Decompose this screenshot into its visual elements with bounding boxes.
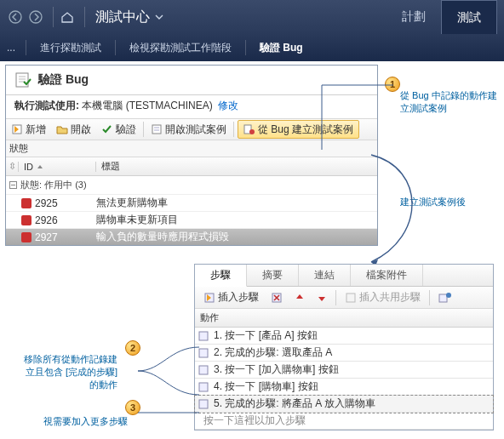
toolbar-overflow[interactable]: ... <box>7 42 15 54</box>
svg-rect-19 <box>199 383 208 391</box>
open-test-case-button[interactable]: 開啟測試案例 <box>146 119 232 140</box>
col-title[interactable]: 標題 <box>96 160 377 173</box>
new-button[interactable]: 新增 <box>6 119 51 140</box>
home-icon[interactable] <box>59 9 76 26</box>
step-icon <box>198 348 209 358</box>
step-row[interactable]: 1. 按一下 [產品 A] 按鈕 <box>195 328 493 345</box>
move-down-icon[interactable] <box>312 287 332 308</box>
svg-rect-18 <box>199 366 208 374</box>
sub-toolbar: ... 進行探勘測試 檢視探勘測試工作階段 驗證 Bug <box>0 34 504 61</box>
tab-summary[interactable]: 摘要 <box>247 265 299 286</box>
grid-group[interactable]: 狀態: 作用中 (3) <box>6 176 377 194</box>
forward-icon[interactable] <box>27 9 44 26</box>
col-action: 動作 <box>195 309 493 328</box>
callout-2-badge: 2 <box>125 340 140 356</box>
verify-button[interactable]: 驗證 <box>96 119 141 140</box>
bug-icon <box>18 215 35 225</box>
svg-rect-13 <box>346 294 355 302</box>
svg-rect-16 <box>199 332 208 340</box>
panel-button-bar: 新增 開啟 驗證 開啟測試案例 從 Bug 建立測試案例 <box>6 118 377 140</box>
bug-icon <box>18 198 35 208</box>
step-icon <box>198 382 209 392</box>
top-navbar: 測試中心 計劃 測試 <box>0 0 504 34</box>
drag-handle-icon[interactable]: ⇳ <box>6 161 18 172</box>
status-label: 狀態 <box>6 140 377 157</box>
shared-steps-icon[interactable] <box>433 287 457 308</box>
callout-3-badge: 3 <box>125 400 140 415</box>
chevron-down-icon[interactable] <box>155 13 163 21</box>
verify-bug-icon <box>14 71 33 89</box>
toolbar-explore[interactable]: 進行探勘測試 <box>26 34 115 61</box>
svg-point-6 <box>249 129 255 134</box>
insert-step-button[interactable]: 插入步驟 <box>198 287 264 308</box>
svg-point-0 <box>9 11 21 23</box>
col-id[interactable]: ID <box>24 162 33 172</box>
toolbar-review[interactable]: 檢視探勘測試工作階段 <box>116 34 245 61</box>
step-icon <box>198 365 209 375</box>
back-icon[interactable] <box>7 9 24 26</box>
callout-mid-text: 建立測試案例後 <box>400 196 494 208</box>
callout-3-text: 視需要加入更多步驟 <box>26 415 128 428</box>
svg-point-15 <box>446 293 451 298</box>
svg-point-1 <box>30 11 42 23</box>
insert-shared-step-button: 插入共用步驟 <box>340 287 426 308</box>
table-row[interactable]: 2926購物車未更新項目 <box>6 211 377 228</box>
step-icon <box>198 331 209 341</box>
svg-rect-10 <box>21 232 32 242</box>
tab-attach[interactable]: 檔案附件 <box>351 265 423 286</box>
open-button[interactable]: 開啟 <box>51 119 96 140</box>
step-icon <box>198 399 209 409</box>
svg-rect-4 <box>152 125 161 134</box>
bug-icon <box>18 232 35 242</box>
svg-rect-8 <box>21 198 32 208</box>
grid-header: ⇳ ID 標題 <box>6 157 377 176</box>
tab-links[interactable]: 連結 <box>299 265 351 286</box>
toolbar-verify[interactable]: 驗證 Bug <box>246 34 317 61</box>
nav-title: 測試中心 <box>95 9 150 26</box>
callout-2-text: 移除所有從動作記錄建立且包含 [完成的步驟] 的動作 <box>15 353 117 391</box>
tab-plan[interactable]: 計劃 <box>387 0 441 34</box>
change-link[interactable]: 修改 <box>218 100 238 111</box>
delete-step-icon[interactable] <box>266 287 288 308</box>
step-row[interactable]: 2. 完成的步驟: 選取產品 A <box>195 345 493 362</box>
run-label: 執行測試使用: <box>14 100 79 111</box>
create-from-bug-button[interactable]: 從 Bug 建立測試案例 <box>238 120 359 139</box>
machine-name: 本機電腦 (TESTMACHINEA) <box>82 100 212 111</box>
callout-1-text: 從 Bug 中記錄的動作建立測試案例 <box>400 89 499 115</box>
sort-asc-icon <box>37 163 43 170</box>
svg-rect-9 <box>21 215 32 225</box>
svg-rect-17 <box>199 349 208 357</box>
step-row[interactable]: 5. 完成的步驟: 將產品 A 放入購物車 <box>195 396 493 413</box>
add-step-hint[interactable]: 按一下這裡以加入步驟 <box>195 413 493 430</box>
move-up-icon[interactable] <box>289 287 310 308</box>
panel-title: 驗證 Bug <box>38 72 89 88</box>
tab-steps[interactable]: 步驟 <box>195 265 247 287</box>
verify-bug-panel: 驗證 Bug 執行測試使用: 本機電腦 (TESTMACHINEA) 修改 新增… <box>5 65 378 246</box>
svg-rect-14 <box>439 294 447 302</box>
step-row[interactable]: 3. 按一下 [加入購物車] 按鈕 <box>195 362 493 379</box>
callout-1-badge: 1 <box>385 77 400 92</box>
table-row[interactable]: 2925無法更新購物車 <box>6 194 377 211</box>
step-row[interactable]: 4. 按一下 [購物車] 按鈕 <box>195 379 493 396</box>
steps-panel: 步驟 摘要 連結 檔案附件 插入步驟 插入共用步驟 動作 1. 按一下 [產品 … <box>194 264 494 430</box>
svg-rect-20 <box>199 400 208 408</box>
tab-test[interactable]: 測試 <box>441 0 497 34</box>
table-row[interactable]: 2927輸入負的數量時應用程式損毀 <box>6 228 377 245</box>
